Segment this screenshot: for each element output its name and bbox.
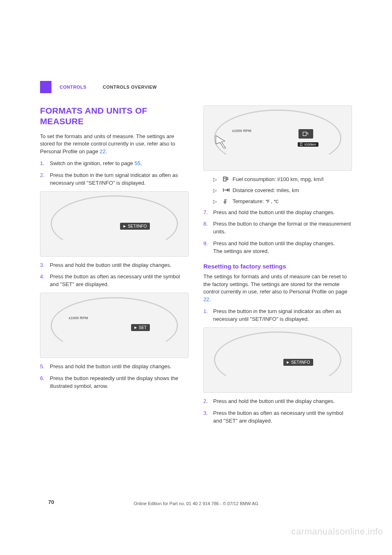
play-triangle-icon: ▶ bbox=[123, 224, 126, 228]
reset-step-3: 3. Press the button as often as necessar… bbox=[203, 410, 352, 425]
svg-rect-0 bbox=[303, 132, 306, 136]
reset-step-1: 1. Press the button in the turn signal i… bbox=[203, 308, 352, 323]
tab-controls-overview: CONTROLS OVERVIEW bbox=[95, 81, 165, 93]
step-2-text: Press the button in the turn signal indi… bbox=[50, 172, 178, 186]
display-label-set: ▶ SET bbox=[131, 324, 150, 331]
callout-arrow-icon bbox=[215, 135, 229, 150]
display-label-setinfo: ▶ SET/INFO bbox=[120, 223, 150, 230]
step-number: 6. bbox=[40, 375, 45, 383]
display-symbol-box bbox=[298, 129, 313, 139]
chevron-right-icon: ▷ bbox=[213, 198, 217, 205]
tab-controls: CONTROLS bbox=[51, 81, 95, 93]
option-fuel: ▷ Fuel consumption: l/100 km, mpg, km/l bbox=[213, 176, 352, 184]
page-link-22[interactable]: 22 bbox=[100, 148, 105, 154]
step-6: 6. Press the button repeatedly until the… bbox=[40, 375, 189, 390]
step-number: 3. bbox=[40, 262, 45, 269]
instrument-gauge: x1000 RPM ▶ SET bbox=[51, 297, 178, 354]
steps-list-right: 7. Press and hold the button until the d… bbox=[203, 209, 352, 255]
figure-symbol-gauge: x1000 RPM l/100km bbox=[203, 105, 352, 171]
steps-list-left: 1. Switch on the ignition, refer to page… bbox=[40, 160, 189, 187]
reset-steps-list-cont: 2. Press and hold the button until the d… bbox=[203, 398, 352, 425]
page-link-22[interactable]: 22 bbox=[203, 296, 209, 302]
step-8: 8. Press the button to change the format… bbox=[203, 220, 352, 236]
right-column: x1000 RPM l/100km ▷ bbox=[203, 105, 352, 429]
steps-list-left-cont2: 5. Press and hold the button until the d… bbox=[40, 363, 189, 390]
reset-step-2-text: Press and hold the button until the disp… bbox=[213, 398, 335, 404]
step-number: 1. bbox=[40, 160, 45, 168]
display-sublabel: l/100km bbox=[298, 142, 318, 147]
fuel-pump-icon bbox=[303, 132, 309, 136]
manual-page: CONTROLS CONTROLS OVERVIEW FORMATS AND U… bbox=[0, 0, 392, 555]
step-number: 8. bbox=[203, 220, 208, 228]
step-3: 3. Press and hold the button until the d… bbox=[40, 262, 189, 269]
chevron-right-icon: ▷ bbox=[213, 176, 217, 183]
step-5-text: Press and hold the button until the disp… bbox=[50, 363, 172, 369]
reset-step-3-text: Press the button as often as necessary u… bbox=[213, 410, 343, 424]
figure-reset-setinfo-gauge: ▶ SET/INFO bbox=[203, 327, 352, 393]
step-1-text-b: . bbox=[140, 160, 142, 166]
gauge-arc bbox=[214, 110, 341, 166]
chevron-right-icon: ▷ bbox=[213, 187, 217, 194]
step-9-text-a: Press and hold the button until the disp… bbox=[213, 240, 335, 246]
intro-text-a: To set the formats and units of measure.… bbox=[40, 133, 175, 155]
display-sublabel-text: l/100km bbox=[305, 143, 316, 146]
svg-rect-1 bbox=[300, 143, 302, 146]
subsection-heading-reset: Resetting to factory settings bbox=[203, 263, 352, 270]
option-temp-sep: , bbox=[270, 198, 274, 204]
option-fuel-text: Fuel consumption: l/100 km, mpg, km/l bbox=[231, 176, 323, 182]
step-9-text-b: The settings are stored. bbox=[213, 248, 269, 254]
section-heading: FORMATS AND UNITS OF MEASURE bbox=[40, 105, 189, 127]
left-column: FORMATS AND UNITS OF MEASURE To set the … bbox=[40, 105, 189, 429]
step-number: 2. bbox=[40, 172, 45, 179]
reset-intro-a: The settings for formats and units of me… bbox=[203, 273, 347, 295]
reset-step-1-text: Press the button in the turn signal indi… bbox=[213, 308, 341, 322]
step-1: 1. Switch on the ignition, refer to page… bbox=[40, 160, 189, 168]
step-number: 5. bbox=[40, 363, 45, 371]
step-4: 4. Press the button as often as necessar… bbox=[40, 273, 189, 289]
display-text: SET bbox=[139, 325, 147, 330]
display-text: SET/INFO bbox=[128, 224, 147, 228]
celsius-symbol: ℃ bbox=[274, 199, 278, 204]
content-columns: FORMATS AND UNITS OF MEASURE To set the … bbox=[29, 105, 363, 429]
rpm-label: x1000 RPM bbox=[232, 129, 252, 133]
footer-edition-line: Online Edition for Part no. 01 40 2 914 … bbox=[0, 501, 392, 506]
rpm-label: x1000 RPM bbox=[69, 316, 88, 320]
header-tabs: CONTROLS CONTROLS OVERVIEW bbox=[40, 81, 165, 93]
step-9: 9. Press and hold the button until the d… bbox=[203, 240, 352, 255]
step-8-text: Press the button to change the format or… bbox=[213, 221, 351, 235]
watermark: carmanualsonline.info bbox=[291, 526, 383, 537]
reset-intro-paragraph: The settings for formats and units of me… bbox=[203, 273, 352, 304]
page-link-55[interactable]: 55 bbox=[134, 160, 140, 166]
step-number: 7. bbox=[203, 209, 208, 217]
reset-step-2: 2. Press and hold the button until the d… bbox=[203, 398, 352, 405]
step-5: 5. Press and hold the button until the d… bbox=[40, 363, 189, 371]
thermometer-icon bbox=[223, 198, 229, 203]
fuel-pump-icon bbox=[223, 176, 229, 181]
fuel-pump-small-icon bbox=[300, 143, 303, 146]
distance-icon bbox=[223, 187, 229, 192]
option-temp-text-a: Temperature: bbox=[231, 198, 265, 204]
step-7: 7. Press and hold the button until the d… bbox=[203, 209, 352, 217]
step-7-text: Press and hold the button until the disp… bbox=[213, 209, 335, 215]
step-2: 2. Press the button in the turn signal i… bbox=[40, 172, 189, 187]
option-distance: ▷ Distance covered: miles, km bbox=[213, 187, 352, 195]
step-3-text: Press and hold the button until the disp… bbox=[50, 262, 172, 268]
step-number: 2. bbox=[203, 398, 208, 405]
step-number: 1. bbox=[203, 308, 208, 316]
instrument-gauge: ▶ SET/INFO bbox=[51, 195, 178, 252]
reset-steps-list: 1. Press the button in the turn signal i… bbox=[203, 308, 352, 323]
step-4-text: Press the button as often as necessary u… bbox=[50, 273, 180, 287]
step-number: 4. bbox=[40, 273, 45, 281]
option-distance-text: Distance covered: miles, km bbox=[231, 187, 299, 193]
reset-intro-b: . bbox=[209, 296, 211, 302]
intro-text-b: . bbox=[105, 148, 107, 154]
options-list: ▷ Fuel consumption: l/100 km, mpg, km/l … bbox=[203, 176, 352, 206]
instrument-gauge: x1000 RPM l/100km bbox=[214, 110, 341, 166]
gauge-arc bbox=[51, 195, 178, 252]
instrument-gauge: ▶ SET/INFO bbox=[214, 331, 341, 388]
step-6-text: Press the button repeatedly until the di… bbox=[50, 375, 178, 389]
svg-point-3 bbox=[224, 201, 226, 203]
steps-list-left-cont: 3. Press and hold the button until the d… bbox=[40, 262, 189, 289]
step-number: 3. bbox=[203, 410, 208, 417]
figure-set-gauge: x1000 RPM ▶ SET bbox=[40, 293, 189, 358]
